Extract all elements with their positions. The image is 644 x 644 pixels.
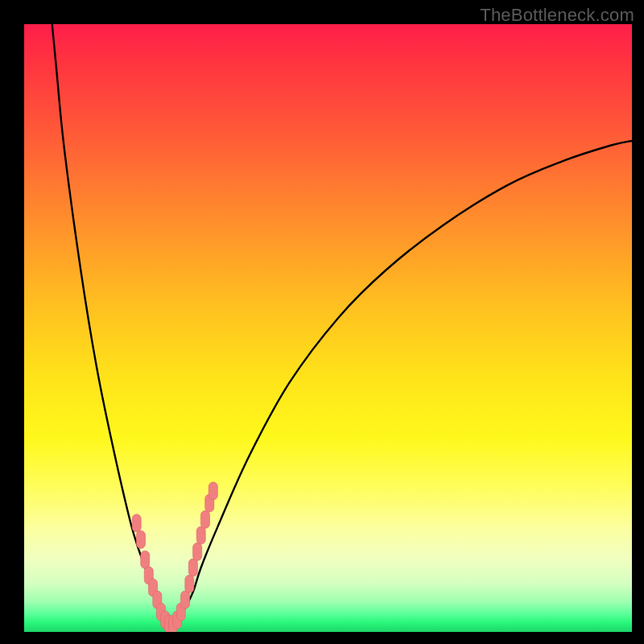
- curve-marker: [136, 530, 145, 548]
- curve-marker: [196, 526, 205, 544]
- curve-right-branch: [169, 141, 632, 628]
- curve-marker: [132, 514, 141, 532]
- chart-frame: TheBottleneck.com: [0, 0, 644, 644]
- curve-marker: [208, 482, 217, 500]
- curve-marker: [141, 551, 150, 568]
- bottleneck-curve-svg: [24, 24, 632, 632]
- curve-marker: [181, 591, 190, 609]
- curve-left-branch: [52, 24, 169, 628]
- curve-marker: [200, 510, 209, 528]
- plot-area: [24, 24, 632, 632]
- curve-marker: [188, 559, 197, 576]
- curve-marker: [193, 543, 202, 560]
- curve-marker: [185, 575, 194, 592]
- watermark-text: TheBottleneck.com: [480, 5, 634, 26]
